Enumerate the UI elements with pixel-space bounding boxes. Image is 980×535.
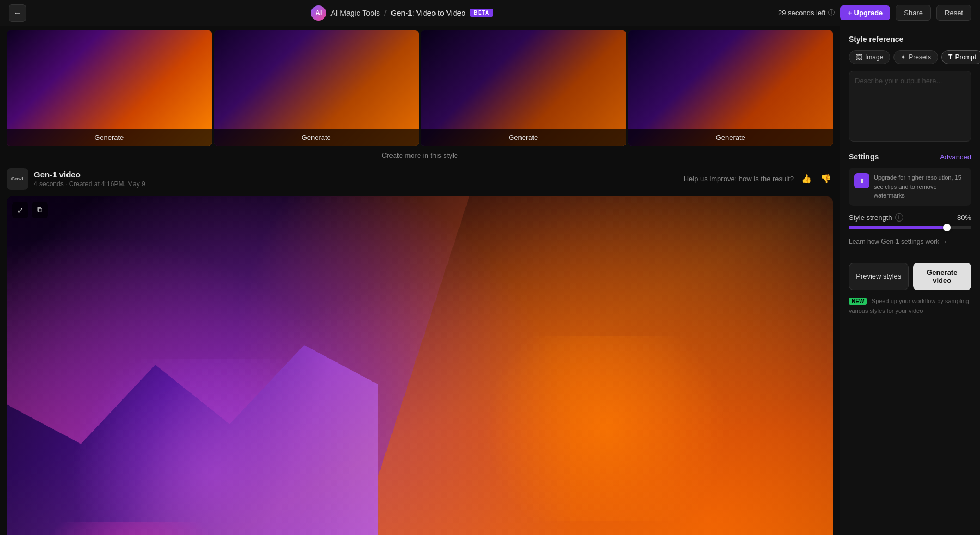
presets-tab-icon: ✦ [901, 53, 906, 61]
main-layout: Generate Generate Generate Generate Crea… [0, 26, 980, 535]
prompt-tab-icon: T [948, 53, 952, 61]
video-meta-left: Gen-1 Gen-1 video 4 seconds · Created at… [7, 168, 145, 190]
topnav-center: AI AI Magic Tools / Gen-1: Video to Vide… [311, 5, 493, 21]
style-card-2[interactable]: Generate [214, 30, 419, 146]
tab-image[interactable]: 🖼 Image [849, 50, 890, 64]
generate-overlay-4[interactable]: Generate [628, 129, 834, 146]
beta-badge: BETA [470, 9, 493, 17]
style-strength-info-icon[interactable]: i [895, 213, 903, 222]
style-card-1[interactable]: Generate [7, 30, 212, 146]
action-buttons: Preview styles Generate video [849, 263, 971, 290]
create-more-link[interactable]: Create more in this style [0, 146, 840, 168]
style-card-4[interactable]: Generate [628, 30, 834, 146]
right-sidebar: Style reference 🖼 Image ✦ Presets T Prom… [840, 26, 980, 535]
gen1-icon: Gen-1 [7, 168, 28, 190]
app-name: AI Magic Tools [330, 9, 380, 17]
workflow-hint: NEW Speed up your workflow by sampling v… [849, 296, 971, 316]
style-grid: Generate Generate Generate Generate [0, 26, 840, 146]
info-icon: ⓘ [828, 8, 835, 17]
video-overlay-controls: ⤢ ⧉ [12, 202, 48, 218]
copy-button[interactable]: ⧉ [32, 202, 48, 218]
resize-button[interactable]: ⤢ [12, 202, 28, 218]
timer-text: 29 seconds left ⓘ [778, 8, 835, 17]
style-reference-title: Style reference [849, 35, 971, 44]
style-reference-section: Style reference 🖼 Image ✦ Presets T Prom… [849, 35, 971, 144]
video-section: Gen-1 Gen-1 video 4 seconds · Created at… [0, 168, 840, 535]
style-reference-tabs: 🖼 Image ✦ Presets T Prompt [849, 50, 971, 64]
video-meta-right: Help us improve: how is the result? 👍 👎 [684, 172, 833, 186]
new-badge: NEW [849, 298, 867, 305]
reset-button[interactable]: Reset [936, 5, 971, 21]
style-strength-row: Style strength i 80% [849, 213, 971, 222]
topnav: ← AI AI Magic Tools / Gen-1: Video to Vi… [0, 0, 980, 26]
share-button[interactable]: Share [896, 5, 931, 21]
video-meta: Gen-1 Gen-1 video 4 seconds · Created at… [7, 168, 833, 190]
prompt-textarea[interactable] [849, 71, 971, 142]
center-content: Generate Generate Generate Generate Crea… [0, 26, 840, 535]
generate-overlay-2[interactable]: Generate [214, 129, 419, 146]
action-buttons-section: Preview styles Generate video NEW Speed … [849, 263, 971, 316]
advanced-link[interactable]: Advanced [940, 153, 971, 161]
settings-section: Settings Advanced ⬆ Upgrade for higher r… [849, 152, 971, 254]
page-name: Gen-1: Video to Video [391, 9, 465, 17]
preview-styles-button[interactable]: Preview styles [849, 263, 909, 290]
generate-video-button[interactable]: Generate video [913, 263, 972, 290]
slider-thumb[interactable] [943, 224, 951, 231]
tab-prompt[interactable]: T Prompt [941, 50, 980, 64]
prompt-tab-label: Prompt [955, 53, 976, 61]
workflow-text: Speed up your workflow by sampling vario… [849, 298, 969, 315]
app-avatar: AI [311, 5, 326, 21]
app-avatar-text: AI [315, 9, 322, 17]
back-icon: ← [13, 8, 22, 18]
upgrade-banner-text: Upgrade for higher resolution, 15 sec cl… [874, 173, 966, 200]
staircase-visual [7, 196, 833, 535]
style-card-3[interactable]: Generate [421, 30, 626, 146]
video-player[interactable]: ⤢ ⧉ ⟪ ▶ ⟫ 0:02 [7, 196, 833, 535]
video-info: Gen-1 video 4 seconds · Created at 4:16P… [34, 170, 145, 188]
slider-fill [849, 226, 947, 229]
topnav-right: 29 seconds left ⓘ + Upgrade Share Reset [778, 5, 971, 21]
generate-overlay-3[interactable]: Generate [421, 129, 626, 146]
generate-overlay-1[interactable]: Generate [7, 129, 212, 146]
learn-link[interactable]: Learn how Gen-1 settings work → [849, 238, 971, 245]
upgrade-banner-icon: ⬆ [854, 173, 869, 188]
image-tab-icon: 🖼 [856, 53, 862, 61]
settings-header: Settings Advanced [849, 152, 971, 161]
settings-title: Settings [849, 152, 879, 161]
style-strength-slider[interactable] [849, 226, 971, 229]
tab-presets[interactable]: ✦ Presets [893, 50, 938, 64]
breadcrumb-separator: / [384, 9, 387, 17]
topnav-left: ← [9, 4, 26, 22]
video-title: Gen-1 video [34, 170, 145, 179]
upgrade-banner: ⬆ Upgrade for higher resolution, 15 sec … [849, 168, 971, 206]
presets-tab-label: Presets [909, 53, 931, 61]
video-subtitle: 4 seconds · Created at 4:16PM, May 9 [34, 180, 145, 188]
style-strength-value: 80% [957, 213, 971, 222]
feedback-text: Help us improve: how is the result? [684, 175, 794, 183]
back-button[interactable]: ← [9, 4, 26, 22]
upgrade-button[interactable]: + Upgrade [840, 5, 890, 20]
thumbs-up-button[interactable]: 👍 [799, 172, 813, 186]
image-tab-label: Image [865, 53, 883, 61]
thumbs-down-button[interactable]: 👎 [819, 172, 833, 186]
style-strength-label: Style strength i [849, 213, 903, 222]
corridor-lines [7, 196, 833, 535]
